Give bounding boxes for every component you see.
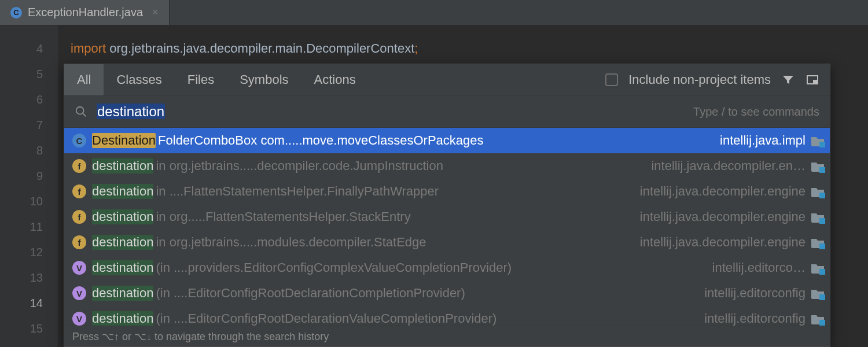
result-module: intellij.java.decompiler.engine (640, 184, 806, 199)
search-icon (75, 105, 87, 118)
var-icon: V (72, 312, 86, 326)
include-nonproject-label: Include non-project items (628, 72, 771, 87)
result-name: DestinationFolderComboBox com.....move.m… (92, 133, 484, 148)
search-input[interactable]: destination (97, 104, 165, 120)
result-location: (in ....providers.EditorConfigComplexVal… (156, 260, 512, 275)
result-suffix: FolderComboBox com.....move.moveClassesO… (158, 133, 483, 148)
gutter-line: 15 (0, 316, 43, 341)
field-icon: f (72, 159, 86, 173)
result-module: intellij.editorco… (712, 260, 806, 275)
gutter-line: 5 (0, 61, 43, 87)
search-result-row[interactable]: CDestinationFolderComboBox com.....move.… (64, 128, 830, 153)
module-icon (811, 135, 824, 146)
match-highlight: destination (92, 209, 153, 224)
close-icon[interactable]: × (152, 6, 159, 19)
pin-icon[interactable] (806, 73, 819, 87)
search-input-row: destination Type / to see commands (64, 96, 830, 128)
gutter-line: 11 (0, 214, 43, 239)
gutter-line: 16 (0, 341, 43, 347)
var-icon: V (72, 261, 86, 275)
gutter-line: 13 (0, 265, 43, 290)
search-result-row[interactable]: Vdestination (in ....EditorConfigRootDec… (64, 280, 830, 306)
search-toolbar-right: Include non-project items (605, 64, 830, 95)
file-tab[interactable]: C ExceptionHandler.java × (0, 0, 170, 25)
result-location: in ....FlattenStatementsHelper.FinallyPa… (156, 184, 439, 199)
search-tab-files[interactable]: Files (175, 64, 227, 95)
result-name: destination in org.....FlattenStatements… (92, 209, 411, 224)
module-icon (811, 211, 824, 223)
module-icon (811, 313, 824, 324)
search-everywhere-popup: AllClassesFilesSymbolsActions Include no… (64, 64, 830, 347)
result-location: in org.....FlattenStatementsHelper.Stack… (156, 209, 410, 224)
result-module: intellij.java.decompiler.engine (640, 209, 806, 224)
search-tab-classes[interactable]: Classes (104, 64, 174, 95)
search-hint: Type / to see commands (693, 105, 819, 119)
search-result-row[interactable]: fdestination in org.jetbrains.....module… (64, 230, 830, 255)
result-name: destination in ....FlattenStatementsHelp… (92, 184, 439, 199)
match-highlight: destination (92, 286, 153, 301)
semicolon: ; (414, 41, 418, 56)
search-tab-actions[interactable]: Actions (301, 64, 369, 95)
search-result-row[interactable]: fdestination in org.....FlattenStatement… (64, 204, 830, 230)
search-tab-all[interactable]: All (64, 64, 104, 95)
search-query-text: destination (97, 104, 165, 119)
match-highlight: destination (92, 260, 153, 275)
import-path: org.jetbrains.java.decompiler.main.Decom… (106, 41, 414, 56)
result-name: destination (in ....providers.EditorConf… (92, 260, 512, 275)
result-name: destination in org.jetbrains.....modules… (92, 235, 426, 250)
result-module: intellij.java.impl (720, 133, 806, 148)
field-icon: f (72, 184, 86, 198)
module-icon (811, 160, 824, 172)
result-module: intellij.editorconfig (704, 286, 806, 301)
editor-tabs: C ExceptionHandler.java × (0, 0, 868, 25)
search-footer-hint: Press ⌥↑ or ⌥↓ to navigate through the s… (64, 326, 830, 346)
match-highlight: destination (92, 158, 153, 174)
svg-line-3 (83, 113, 86, 117)
gutter-line: 8 (0, 138, 43, 163)
var-icon: V (72, 286, 86, 300)
result-module: intellij.editorconfig (704, 311, 806, 326)
match-highlight: destination (92, 311, 153, 326)
filter-icon[interactable] (781, 73, 795, 87)
result-location: in org.jetbrains.....modules.decompiler.… (156, 235, 426, 250)
search-results-list: CDestinationFolderComboBox com.....move.… (64, 128, 830, 326)
svg-rect-1 (813, 80, 818, 84)
gutter-line: 9 (0, 163, 43, 189)
include-nonproject-checkbox[interactable] (605, 73, 618, 86)
result-location: (in ....EditorConfigRootDeclarationCompl… (156, 286, 465, 301)
result-location: in org.jetbrains.....decompiler.code.Jum… (156, 158, 443, 174)
result-name: destination (in ....EditorConfigRootDecl… (92, 286, 465, 301)
module-icon (811, 237, 824, 248)
result-module: intellij.java.decompiler.en… (651, 158, 806, 174)
keyword-import: import (71, 41, 106, 56)
field-icon: f (72, 235, 86, 249)
result-name: destination (in ....EditorConfigRootDecl… (92, 311, 496, 326)
search-tab-bar: AllClassesFilesSymbolsActions Include no… (64, 64, 830, 96)
gutter: 45678910111213141516 (0, 25, 58, 347)
svg-point-2 (76, 107, 84, 115)
search-result-row[interactable]: fdestination in org.jetbrains.....decomp… (64, 153, 830, 179)
gutter-line: 10 (0, 189, 43, 214)
gutter-line: 4 (0, 36, 43, 61)
gutter-line: 12 (0, 239, 43, 265)
module-icon (811, 262, 824, 274)
gutter-line: 6 (0, 87, 43, 112)
match-highlight: destination (92, 235, 153, 250)
gutter-line: 14 (0, 290, 43, 316)
search-result-row[interactable]: Vdestination (in ....EditorConfigRootDec… (64, 306, 830, 326)
class-icon: C (10, 7, 22, 19)
field-icon: f (72, 210, 86, 224)
file-tab-title: ExceptionHandler.java (28, 6, 143, 19)
search-result-row[interactable]: fdestination in ....FlattenStatementsHel… (64, 179, 830, 204)
search-result-row[interactable]: Vdestination (in ....providers.EditorCon… (64, 255, 830, 280)
result-name: destination in org.jetbrains.....decompi… (92, 158, 443, 174)
match-highlight: Destination (92, 133, 156, 148)
module-icon (811, 287, 824, 299)
search-tab-symbols[interactable]: Symbols (227, 64, 301, 95)
result-location: (in ....EditorConfigRootDeclarationValue… (156, 311, 496, 326)
module-icon (811, 186, 824, 197)
result-module: intellij.java.decompiler.engine (640, 235, 806, 250)
class-icon: C (72, 134, 86, 147)
gutter-line: 7 (0, 112, 43, 138)
match-highlight: destination (92, 184, 153, 199)
